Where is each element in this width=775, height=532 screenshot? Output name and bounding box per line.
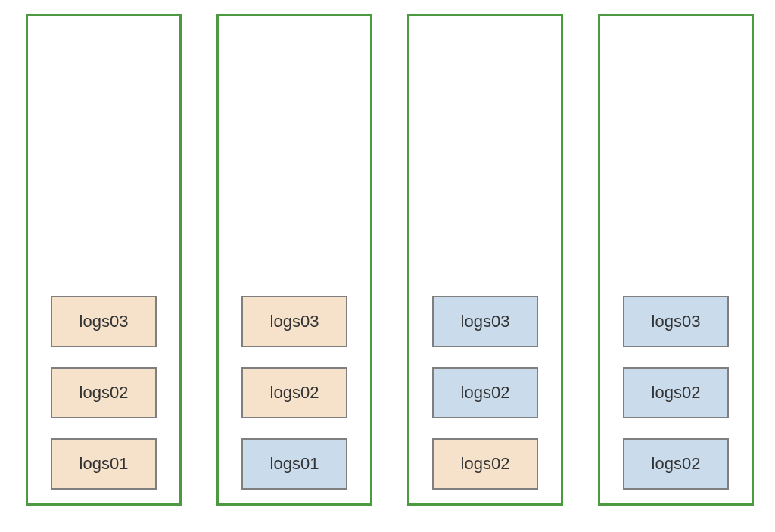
shard-box: logs01 (51, 438, 157, 490)
node-column: logs03 logs02 logs02 (407, 14, 563, 506)
shard-box: logs02 (432, 367, 538, 418)
node-column: logs03 logs02 logs02 (598, 14, 754, 506)
shard-label: logs03 (461, 312, 510, 331)
shard-label: logs03 (79, 312, 129, 331)
shard-label: logs02 (270, 383, 319, 403)
diagram-canvas: logs03 logs02 logs01 logs03 logs02 logs0… (0, 0, 775, 532)
shard-label: logs02 (461, 383, 510, 403)
shard-box: logs03 (51, 296, 157, 347)
shard-box: logs03 (623, 296, 729, 347)
shard-box: logs02 (623, 438, 729, 490)
shard-box: logs02 (241, 367, 347, 418)
shard-box: logs03 (432, 296, 538, 347)
shard-box: logs03 (241, 296, 347, 347)
node-column: logs03 logs02 logs01 (216, 14, 372, 506)
shard-label: logs02 (652, 454, 701, 474)
shard-box: logs02 (51, 367, 157, 418)
shard-label: logs01 (270, 454, 319, 474)
node-column: logs03 logs02 logs01 (26, 14, 182, 506)
shard-box: logs02 (432, 438, 538, 490)
shard-label: logs02 (79, 383, 129, 403)
shard-label: logs01 (79, 454, 129, 474)
shard-label: logs03 (652, 312, 701, 331)
shard-label: logs02 (652, 383, 701, 403)
shard-box: logs01 (241, 438, 347, 490)
shard-box: logs02 (623, 367, 729, 418)
shard-label: logs03 (270, 312, 319, 331)
shard-label: logs02 (461, 454, 510, 474)
